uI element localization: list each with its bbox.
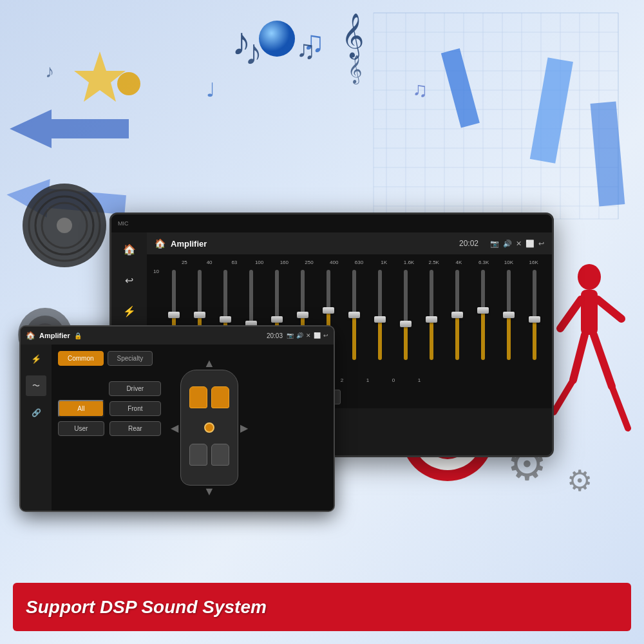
freq-1.6k: 1.6K (397, 260, 421, 265)
eq-slider-14[interactable] (522, 270, 547, 373)
db-10: 10 (153, 269, 159, 274)
eq-slider-8[interactable] (368, 270, 392, 373)
sidebar-back-icon[interactable]: ↩ (118, 269, 141, 292)
svg-text:♫: ♫ (303, 25, 325, 58)
amp-home-icon[interactable]: 🏠 (155, 238, 166, 249)
small-sidebar-icon-2[interactable]: 🔗 (26, 402, 46, 423)
svg-marker-27 (573, 50, 625, 207)
eq-slider-10[interactable] (419, 270, 444, 373)
svg-marker-28 (10, 109, 129, 148)
small-back-icon[interactable]: ↩ (323, 332, 328, 339)
svg-marker-47 (74, 52, 126, 102)
small-cam-icon: 📷 (287, 332, 294, 339)
svg-point-38 (23, 184, 106, 267)
svg-point-36 (259, 21, 295, 57)
amp-time: 20:02 (459, 239, 478, 248)
freq-250: 250 (298, 260, 321, 265)
svg-marker-26 (517, 5, 582, 164)
tab-row: Common Specialty (58, 351, 161, 366)
bn-9: 1 (407, 377, 431, 383)
amp-title: Amplifier (171, 239, 207, 249)
front-seats (187, 386, 231, 408)
car-left-arrow[interactable]: ◀ (171, 422, 178, 434)
eq-slider-13[interactable] (497, 270, 521, 373)
freq-6.3k: 6.3K (472, 260, 496, 265)
front-right-seat[interactable] (211, 386, 229, 408)
music-note-2: ♫ (296, 35, 316, 64)
back-icon[interactable]: ↩ (538, 240, 544, 248)
svg-point-48 (578, 264, 601, 290)
window-icon[interactable]: ⬜ (526, 240, 535, 248)
rear-left-seat[interactable] (189, 444, 207, 466)
eq-slider-12[interactable] (471, 270, 495, 373)
eq-freq-labels: 25 40 63 100 160 250 400 630 1K 1.6K 2.5… (173, 260, 545, 265)
driver-button[interactable]: Driver (109, 381, 161, 396)
svg-rect-0 (374, 13, 618, 219)
svg-rect-49 (581, 290, 598, 335)
small-device-left: Common Specialty Driver All Front User (58, 351, 161, 504)
camera-icon: 📷 (490, 240, 499, 248)
svg-line-51 (598, 299, 621, 319)
small-vol-icon[interactable]: 🔊 (296, 332, 303, 339)
freq-1k: 1K (372, 260, 396, 265)
car-up-arrow[interactable]: ▲ (204, 357, 215, 370)
front-left-seat[interactable] (189, 386, 207, 408)
svg-point-41 (42, 203, 87, 248)
eq-slider-7[interactable] (342, 270, 366, 373)
volume-icon[interactable]: 🔊 (503, 240, 512, 248)
small-device-header: 🏠 Amplifier 🔒 20:03 📷 🔊 ✕ ⬜ ↩ (21, 327, 334, 345)
small-lock-icon: 🔒 (74, 332, 82, 339)
small-device: 🏠 Amplifier 🔒 20:03 📷 🔊 ✕ ⬜ ↩ ⚡ 〜 🔗 Comm… (19, 325, 335, 512)
svg-line-52 (573, 335, 585, 380)
car-down-arrow[interactable]: ▼ (204, 485, 215, 498)
svg-marker-25 (421, 8, 480, 130)
small-sidebar-icon-1[interactable]: 〜 (26, 375, 46, 396)
svg-text:♪: ♪ (45, 61, 54, 81)
freq-400: 400 (322, 260, 346, 265)
car-right-arrow[interactable]: ▶ (240, 422, 248, 434)
bn-7: 1 (355, 377, 380, 383)
freq-630: 630 (347, 260, 371, 265)
small-amp-title: Amplifier (39, 332, 70, 339)
rear-seats (187, 444, 231, 466)
rear-right-seat[interactable] (211, 444, 229, 466)
freq-2.5k: 2.5K (422, 260, 446, 265)
svg-marker-29 (5, 175, 128, 224)
car-center-dot (204, 422, 214, 433)
eq-slider-11[interactable] (445, 270, 469, 373)
freq-40: 40 (198, 260, 222, 265)
small-home-icon[interactable]: 🏠 (26, 331, 35, 340)
svg-line-54 (554, 380, 573, 412)
dancer-decoration (547, 258, 631, 438)
freq-4k: 4K (447, 260, 471, 265)
rear-button[interactable]: Rear (109, 421, 161, 436)
svg-line-55 (612, 386, 628, 428)
small-x-icon[interactable]: ✕ (306, 332, 311, 339)
small-sidebar-icon-0[interactable]: ⚡ (26, 348, 46, 369)
small-win-icon[interactable]: ⬜ (314, 332, 321, 339)
freq-160: 160 (272, 260, 296, 265)
car-body (180, 370, 238, 486)
sidebar-eq-icon[interactable]: ⚡ (118, 299, 141, 323)
close-icon[interactable]: ✕ (516, 240, 522, 248)
svg-text:♪: ♪ (245, 32, 263, 72)
specialty-tab[interactable]: Specialty (108, 351, 153, 366)
user-button[interactable]: User (58, 421, 104, 436)
small-device-main: Common Specialty Driver All Front User (52, 345, 334, 511)
bn-8: 0 (381, 377, 406, 383)
sidebar-home-icon[interactable]: 🏠 (118, 238, 141, 261)
svg-point-42 (57, 218, 72, 233)
treble-clef: 𝄞 (341, 13, 364, 58)
svg-text:♫: ♫ (412, 78, 428, 101)
front-button[interactable]: Front (109, 401, 161, 416)
freq-25: 25 (173, 260, 196, 265)
svg-point-40 (35, 196, 93, 254)
header-icons: 📷 🔊 ✕ ⬜ ↩ (490, 240, 544, 248)
bottom-banner: Support DSP Sound System (13, 583, 631, 631)
common-tab[interactable]: Common (58, 351, 104, 366)
freq-100: 100 (247, 260, 271, 265)
small-header-icons: 📷 🔊 ✕ ⬜ ↩ (287, 332, 328, 339)
all-button[interactable]: All (58, 400, 104, 417)
eq-slider-9[interactable] (393, 270, 418, 373)
svg-point-37 (117, 72, 140, 95)
